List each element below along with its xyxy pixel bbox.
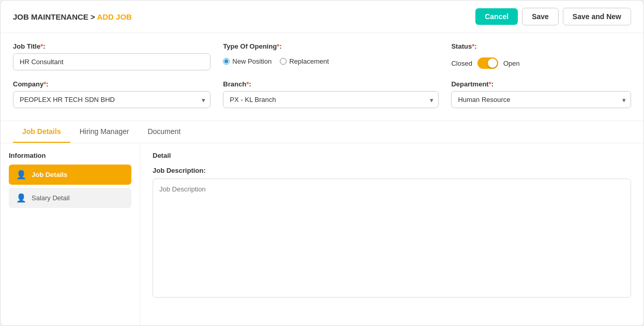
status-toggle[interactable] bbox=[477, 57, 498, 69]
status-open-label: Open bbox=[503, 60, 520, 67]
tabs-section: Job Details Hiring Manager Document bbox=[1, 121, 643, 143]
sidebar: Information 👤 Job Details 👤 Salary Detai… bbox=[1, 143, 140, 325]
detail-section-title: Detail bbox=[153, 152, 631, 159]
company-select-wrapper: PEOPLEX HR TECH SDN BHD bbox=[13, 91, 211, 108]
header: JOB MAINTENANCE > ADD JOB Cancel Save Sa… bbox=[1, 1, 643, 33]
job-title-input[interactable] bbox=[13, 53, 211, 70]
sidebar-item-job-details-label: Job Details bbox=[32, 171, 67, 179]
salary-detail-icon: 👤 bbox=[16, 193, 26, 203]
tab-document[interactable]: Document bbox=[138, 121, 190, 143]
breadcrumb-static: JOB MAINTENANCE > bbox=[13, 12, 97, 21]
status-closed-label: Closed bbox=[451, 60, 472, 67]
radio-replacement-input[interactable] bbox=[280, 58, 287, 65]
cancel-button[interactable]: Cancel bbox=[475, 8, 518, 25]
department-label: Department*: bbox=[451, 80, 631, 88]
detail-panel: Detail Job Description: bbox=[140, 143, 643, 325]
form-row-2: Company*: PEOPLEX HR TECH SDN BHD Branch… bbox=[13, 80, 631, 108]
job-description-label: Job Description: bbox=[153, 167, 631, 174]
company-select[interactable]: PEOPLEX HR TECH SDN BHD bbox=[13, 91, 211, 108]
branch-select-wrapper: PX - KL Branch bbox=[223, 91, 439, 108]
job-title-group: Job Title*: bbox=[13, 42, 211, 73]
radio-replacement-label: Replacement bbox=[289, 57, 329, 65]
header-actions: Cancel Save Save and New bbox=[475, 8, 631, 25]
page-container: JOB MAINTENANCE > ADD JOB Cancel Save Sa… bbox=[0, 0, 644, 326]
sidebar-item-salary-detail[interactable]: 👤 Salary Detail bbox=[9, 188, 131, 208]
job-description-textarea[interactable] bbox=[153, 179, 631, 298]
breadcrumb-highlight: ADD JOB bbox=[97, 12, 132, 21]
form-section: Job Title*: Type Of Opening*: New Positi… bbox=[1, 33, 643, 121]
save-button[interactable]: Save bbox=[522, 8, 559, 25]
radio-group: New Position Replacement bbox=[223, 53, 439, 69]
breadcrumb: JOB MAINTENANCE > ADD JOB bbox=[13, 12, 132, 21]
type-opening-label: Type Of Opening*: bbox=[223, 42, 439, 50]
status-group: Status*: Closed Open bbox=[451, 42, 631, 73]
radio-replacement[interactable]: Replacement bbox=[280, 57, 329, 65]
job-details-icon: 👤 bbox=[16, 170, 26, 180]
tab-hiring-manager[interactable]: Hiring Manager bbox=[70, 121, 139, 143]
sidebar-section-title: Information bbox=[9, 152, 131, 159]
company-group: Company*: PEOPLEX HR TECH SDN BHD bbox=[13, 80, 211, 108]
radio-new-position[interactable]: New Position bbox=[223, 57, 272, 65]
radio-new-position-input[interactable] bbox=[223, 58, 230, 65]
job-title-label: Job Title*: bbox=[13, 42, 211, 50]
branch-select[interactable]: PX - KL Branch bbox=[223, 91, 439, 108]
radio-new-position-label: New Position bbox=[232, 57, 272, 65]
department-group: Department*: Human Resource bbox=[451, 80, 631, 108]
sidebar-item-salary-detail-label: Salary Detail bbox=[32, 194, 70, 202]
tab-job-details[interactable]: Job Details bbox=[13, 121, 70, 143]
department-select-wrapper: Human Resource bbox=[451, 91, 631, 108]
toggle-slider bbox=[477, 57, 498, 69]
type-opening-group: Type Of Opening*: New Position Replaceme… bbox=[223, 42, 439, 73]
status-toggle-group: Closed Open bbox=[451, 53, 631, 73]
company-label: Company*: bbox=[13, 80, 211, 88]
branch-group: Branch*: PX - KL Branch bbox=[223, 80, 439, 108]
sidebar-item-job-details[interactable]: 👤 Job Details bbox=[9, 165, 131, 185]
main-content: Information 👤 Job Details 👤 Salary Detai… bbox=[1, 143, 643, 325]
status-label: Status*: bbox=[451, 42, 631, 50]
branch-label: Branch*: bbox=[223, 80, 439, 88]
form-row-1: Job Title*: Type Of Opening*: New Positi… bbox=[13, 42, 631, 73]
department-select[interactable]: Human Resource bbox=[451, 91, 631, 108]
save-and-new-button[interactable]: Save and New bbox=[563, 8, 631, 25]
